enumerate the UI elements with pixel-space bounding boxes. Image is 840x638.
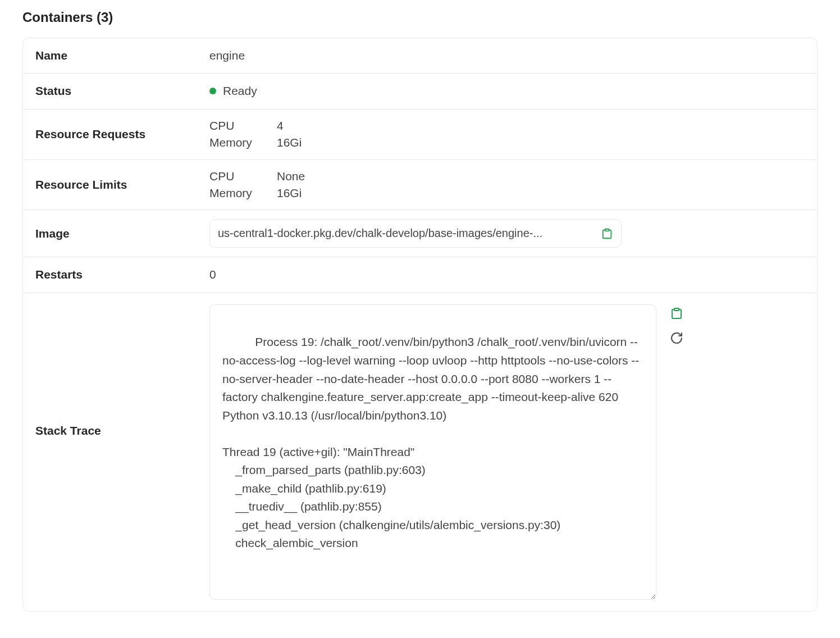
name-row: Name engine: [23, 38, 817, 74]
restarts-row: Restarts 0: [23, 257, 817, 293]
image-row: Image us-central1-docker.pkg.dev/chalk-d…: [23, 210, 817, 257]
resource-limits-row: Resource Limits CPU None Memory 16Gi: [23, 160, 817, 211]
resource-requests-label: Resource Requests: [35, 126, 209, 143]
refresh-icon: [670, 331, 683, 345]
stack-trace-text: Process 19: /chalk_root/.venv/bin/python…: [222, 335, 639, 549]
lim-memory-label: Memory: [209, 185, 277, 202]
stack-trace-row: Stack Trace Process 19: /chalk_root/.ven…: [23, 293, 817, 611]
clipboard-icon: [601, 227, 613, 240]
resize-handle-icon: [646, 589, 654, 597]
clipboard-icon: [670, 307, 683, 320]
stack-trace-box[interactable]: Process 19: /chalk_root/.venv/bin/python…: [209, 304, 656, 600]
image-label: Image: [35, 225, 209, 242]
copy-image-button[interactable]: [601, 227, 613, 240]
name-label: Name: [35, 47, 209, 64]
req-memory-value: 16Gi: [277, 134, 302, 151]
status-indicator-dot: [209, 88, 216, 94]
stack-trace-label: Stack Trace: [35, 304, 209, 439]
lim-cpu-label: CPU: [209, 168, 277, 185]
restarts-value: 0: [209, 266, 805, 283]
image-value: us-central1-docker.pkg.dev/chalk-develop…: [218, 225, 601, 241]
name-value: engine: [209, 47, 805, 64]
lim-memory-value: 16Gi: [277, 185, 302, 202]
req-memory-label: Memory: [209, 134, 277, 151]
copy-stack-trace-button[interactable]: [670, 307, 683, 320]
req-cpu-value: 4: [277, 117, 284, 134]
status-row: Status Ready: [23, 74, 817, 109]
status-text: Ready: [223, 83, 257, 99]
container-detail-card: Name engine Status Ready Resource Reques…: [22, 38, 818, 612]
svg-rect-1: [674, 308, 679, 311]
lim-cpu-value: None: [277, 168, 305, 185]
req-cpu-label: CPU: [209, 117, 277, 134]
containers-section-title: Containers (3): [22, 8, 818, 28]
resource-limits-label: Resource Limits: [35, 176, 209, 193]
status-label: Status: [35, 83, 209, 99]
restarts-label: Restarts: [35, 266, 209, 283]
resource-requests-row: Resource Requests CPU 4 Memory 16Gi: [23, 110, 817, 160]
image-value-field: us-central1-docker.pkg.dev/chalk-develop…: [209, 219, 622, 248]
status-value: Ready: [209, 83, 805, 99]
svg-rect-0: [605, 229, 609, 231]
refresh-stack-trace-button[interactable]: [670, 331, 683, 345]
